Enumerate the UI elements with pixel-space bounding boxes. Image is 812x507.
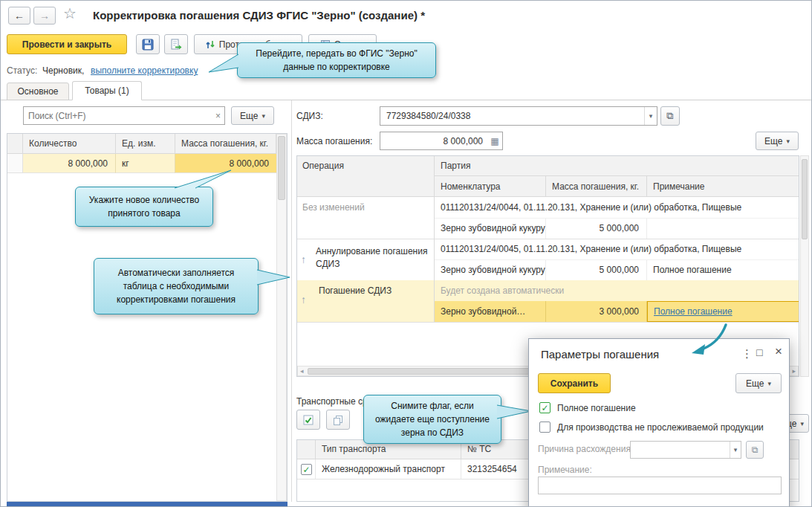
check-icon: ✓ (541, 404, 548, 413)
callout-autofill-tail (256, 265, 293, 288)
open-icon: ⧉ (666, 110, 673, 122)
full-retirement-link[interactable]: Полное погашение (654, 306, 733, 317)
row3-batch[interactable]: Будет создана автоматически (435, 280, 799, 301)
search-clear-icon[interactable]: × (212, 111, 224, 121)
reason-field[interactable]: ▾ (630, 441, 741, 459)
grid-vscroll-thumb[interactable] (802, 159, 808, 239)
tab-main[interactable]: Основное (7, 83, 69, 100)
panel-splitter[interactable] (291, 100, 292, 502)
mass-value: 8 000,000 (380, 136, 487, 146)
sdiz-dropdown-icon[interactable]: ▾ (644, 107, 657, 125)
favorite-star-icon[interactable]: ☆ (63, 4, 77, 22)
grid-col-operation[interactable]: Операция (296, 155, 435, 197)
left-grid-vscrollbar[interactable] (276, 134, 287, 501)
grid-col-nomenclature[interactable]: Номенклатура (435, 176, 546, 197)
search-input[interactable] (24, 107, 212, 124)
reason-input[interactable] (631, 442, 730, 458)
scroll-right-icon[interactable]: ▸ (792, 367, 796, 375)
forward-arrow-icon: → (39, 10, 50, 22)
forward-button[interactable]: → (33, 7, 56, 25)
callout-quantity-tail (169, 167, 236, 190)
chevron-down-icon: ▾ (767, 380, 771, 387)
note-field[interactable] (538, 477, 782, 494)
row1-batch[interactable]: 011120131/24/0044, 01.11.20.131, Хранени… (435, 197, 799, 218)
callout-flag: Снимите флаг, если ожидаете еще поступле… (363, 395, 501, 444)
retirement-params-dialog: Параметры погашения ⋮ □ × Сохранить Еще▾… (528, 338, 790, 507)
reason-label: Причина расхождения: (538, 444, 633, 454)
window-bottom-strip (7, 502, 288, 507)
row2-nomenclature[interactable]: Зерно зубовидной кукурузы … (435, 259, 546, 280)
left-grid-col-unit[interactable]: Ед. изм. (116, 133, 175, 154)
left-row-qty-cell[interactable]: 8 000,000 (23, 154, 116, 173)
scroll-left-icon[interactable]: ◂ (300, 367, 304, 375)
row1-operation-spacer (296, 218, 435, 239)
copy-icon (332, 414, 344, 426)
sdiz-field[interactable]: 7729384580/24/0338 ▾ (380, 106, 657, 126)
note-input[interactable] (539, 477, 781, 494)
callout-transfer: Перейдите, передать во ФГИС "Зерно" данн… (237, 42, 436, 78)
close-icon[interactable]: × (775, 344, 782, 359)
chevron-down-icon: ▾ (786, 138, 790, 145)
copy-button[interactable] (326, 410, 350, 430)
row1-nomenclature[interactable]: Зерно зубовидной кукурузы … (435, 218, 546, 239)
left-row-unit-cell[interactable]: кг (116, 154, 175, 173)
transport-row-checkbox[interactable]: ✓ (301, 464, 312, 475)
document-export-icon (169, 38, 183, 51)
calculator-icon[interactable]: ▦ (487, 136, 502, 146)
send-to-fgis-button[interactable] (164, 34, 188, 54)
row3-nomenclature[interactable]: Зерно зубовидной… (435, 301, 546, 322)
right-more-button[interactable]: Еще▾ (756, 132, 799, 150)
callout-autofill: Автоматически заполняется таблица с необ… (94, 258, 259, 314)
dialog-more-button[interactable]: Еще▾ (735, 373, 782, 393)
left-grid-col-qty[interactable]: Количество (23, 133, 116, 154)
set-flags-button[interactable] (296, 410, 320, 430)
row2-subdivider (435, 259, 799, 260)
left-grid-vscroll-thumb[interactable] (278, 136, 285, 200)
maximize-icon[interactable]: □ (756, 346, 762, 358)
search-input-box: × (23, 106, 225, 125)
grid-col-note[interactable]: Примечание (647, 176, 799, 197)
status-label: Статус: (7, 65, 37, 76)
row2-note[interactable]: Полное погашение (647, 259, 799, 280)
tab-goods[interactable]: Товары (1) (72, 81, 142, 100)
note-label: Примечание: (538, 465, 592, 475)
grid-col-batch[interactable]: Партия (435, 155, 799, 176)
nontraceable-checkbox[interactable] (539, 422, 550, 433)
kebab-menu-icon[interactable]: ⋮ (741, 347, 753, 361)
post-and-close-button[interactable]: Провести и закрыть (7, 34, 127, 54)
page-title: Корректировка погашения СДИЗ ФГИС "Зерно… (93, 9, 425, 22)
status-value: Черновик, (42, 65, 84, 76)
sdiz-value: 7729384580/24/0338 (380, 111, 476, 121)
grid-vscrollbar[interactable] (800, 155, 809, 377)
reason-open-button[interactable]: ⧉ (746, 441, 764, 459)
dialog-save-button[interactable]: Сохранить (538, 373, 611, 393)
left-grid-col-mass[interactable]: Масса погашения, кг. (175, 133, 276, 154)
save-button[interactable] (136, 34, 160, 54)
row3-note-cell[interactable]: Полное погашение (647, 301, 799, 322)
left-more-button[interactable]: Еще▾ (231, 106, 274, 125)
transport-selector-header (296, 439, 316, 459)
perform-correction-link[interactable]: выполните корректировку (91, 65, 198, 76)
reason-dropdown-icon[interactable]: ▾ (730, 442, 741, 458)
grid-col-mass[interactable]: Масса погашения, кг. (546, 176, 647, 197)
app-window: ← → ☆ Корректировка погашения СДИЗ ФГИС … (0, 0, 812, 507)
row2-operation-cell (296, 239, 435, 280)
dialog-title: Параметры погашения (541, 348, 659, 361)
chevron-down-icon: ▾ (262, 112, 265, 120)
sdiz-open-button[interactable]: ⧉ (660, 106, 680, 126)
sdiz-label: СДИЗ: (296, 111, 323, 121)
back-button[interactable]: ← (8, 7, 30, 25)
callout-quantity: Укажите новое количество принятого товар… (75, 187, 213, 227)
checklist-icon (302, 414, 314, 426)
row1-operation[interactable]: Без изменений (296, 197, 435, 218)
full-retirement-checkbox-label: Полное погашение (557, 403, 636, 413)
row1-mass[interactable]: 5 000,000 (546, 218, 647, 239)
row2-mass[interactable]: 5 000,000 (546, 259, 647, 280)
full-retirement-checkbox[interactable]: ✓ (539, 402, 550, 413)
row1-note[interactable] (647, 218, 799, 239)
mass-field[interactable]: 8 000,000 ▦ (380, 132, 503, 150)
row3-mass[interactable]: 3 000,000 (546, 301, 647, 322)
row2-batch[interactable]: 011120131/24/0045, 01.11.20.131, Хранени… (435, 239, 799, 259)
left-row-selector[interactable] (7, 154, 23, 173)
transport-row-type[interactable]: Железнодорожный транспорт (316, 459, 461, 479)
